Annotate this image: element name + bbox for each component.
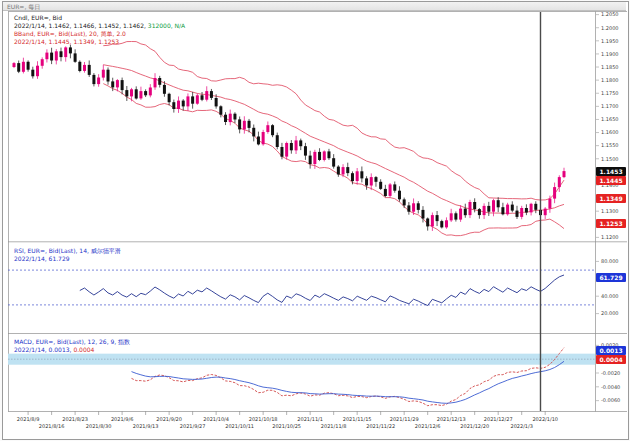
svg-text:2021/12/20: 2021/12/20 xyxy=(460,423,489,429)
svg-text:2021/12/6: 2021/12/6 xyxy=(415,423,441,429)
svg-text:2021/11/29: 2021/11/29 xyxy=(390,416,419,422)
svg-text:1.1700: 1.1700 xyxy=(601,103,619,109)
price-axis[interactable]: 1.20501.20001.19501.19001.18501.18001.17… xyxy=(596,11,620,403)
svg-text:-0.0060: -0.0060 xyxy=(601,397,620,403)
svg-text:2021/10/18: 2021/10/18 xyxy=(249,416,278,422)
svg-text:1.1200: 1.1200 xyxy=(601,234,619,240)
svg-text:1.1750: 1.1750 xyxy=(601,90,619,96)
svg-text:1.1900: 1.1900 xyxy=(601,51,619,57)
svg-text:2021/12/13: 2021/12/13 xyxy=(437,416,466,422)
svg-text:-0.0020: -0.0020 xyxy=(601,370,620,376)
svg-text:2021/9/13: 2021/9/13 xyxy=(133,423,159,429)
last-price-badge: 1.1453 xyxy=(596,167,626,176)
macd-signal-badge: 0.0004 xyxy=(596,355,626,364)
macd-signal-line xyxy=(132,361,565,403)
svg-text:2022/1/3: 2022/1/3 xyxy=(510,423,532,429)
svg-text:1.1550: 1.1550 xyxy=(601,142,619,148)
svg-text:2022/1/10: 2022/1/10 xyxy=(532,416,558,422)
rsi-layer xyxy=(8,270,595,305)
bband-mid-badge: 1.1349 xyxy=(596,194,626,203)
svg-text:2021/8/30: 2021/8/30 xyxy=(86,423,112,429)
svg-text:1.1800: 1.1800 xyxy=(601,77,619,83)
svg-text:40.000: 40.000 xyxy=(601,293,619,299)
macd-layer xyxy=(8,348,595,406)
candles-layer xyxy=(13,45,566,231)
svg-text:2021/11/1: 2021/11/1 xyxy=(297,416,323,422)
svg-text:1.1850: 1.1850 xyxy=(601,64,619,70)
svg-text:2021/8/9: 2021/8/9 xyxy=(17,416,39,422)
macd-value-badge: 0.0013 xyxy=(596,346,626,355)
svg-text:2021/11/8: 2021/11/8 xyxy=(321,423,347,429)
bband-upper-badge: 1.1445 xyxy=(596,176,626,185)
rsi-value-badge: 61.729 xyxy=(596,273,626,282)
bband-lower-badge: 1.1253 xyxy=(596,219,626,228)
svg-text:1.1650: 1.1650 xyxy=(601,116,619,122)
svg-text:2021/8/16: 2021/8/16 xyxy=(39,423,65,429)
svg-text:1.1950: 1.1950 xyxy=(601,38,619,44)
svg-text:1.1300: 1.1300 xyxy=(601,208,619,214)
svg-text:1.2000: 1.2000 xyxy=(601,25,619,31)
chart-canvas[interactable]: 1.20501.20001.19501.19001.18501.18001.17… xyxy=(0,0,630,441)
chart-svg: 1.20501.20001.19501.19001.18501.18001.17… xyxy=(0,0,630,441)
svg-text:2021/11/22: 2021/11/22 xyxy=(366,423,395,429)
svg-text:2021/8/23: 2021/8/23 xyxy=(62,416,88,422)
date-axis[interactable]: 2021/8/92021/8/162021/8/232021/8/302021/… xyxy=(17,412,558,430)
svg-text:2021/10/25: 2021/10/25 xyxy=(272,423,301,429)
svg-text:2021/9/27: 2021/9/27 xyxy=(180,423,206,429)
app-root: EUR=, 每日 1.20501.20001.19501.19001.18501… xyxy=(0,0,630,441)
svg-text:2021/9/20: 2021/9/20 xyxy=(156,416,182,422)
svg-text:2021/10/11: 2021/10/11 xyxy=(225,423,254,429)
svg-text:1.1600: 1.1600 xyxy=(601,129,619,135)
svg-text:2021/12/27: 2021/12/27 xyxy=(484,416,513,422)
svg-text:1.2050: 1.2050 xyxy=(601,11,619,17)
svg-text:80.000: 80.000 xyxy=(601,258,619,264)
svg-text:2021/11/15: 2021/11/15 xyxy=(343,416,372,422)
svg-text:1.1500: 1.1500 xyxy=(601,156,619,162)
svg-text:2021/9/6: 2021/9/6 xyxy=(111,416,133,422)
svg-text:2021/10/4: 2021/10/4 xyxy=(203,416,229,422)
svg-text:20.000: 20.000 xyxy=(601,310,619,316)
svg-text:-0.0040: -0.0040 xyxy=(601,384,620,390)
panel-frame xyxy=(8,12,627,412)
